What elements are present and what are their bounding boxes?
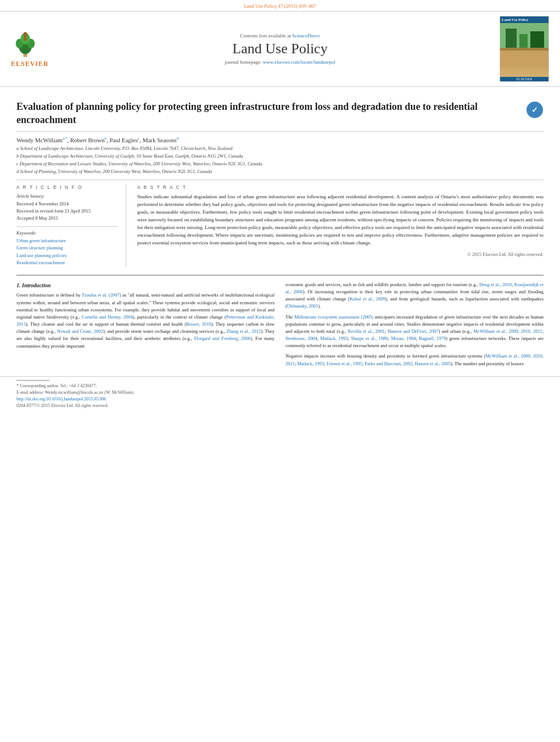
svg-rect-11: [530, 31, 544, 51]
body-para-1: Green infrastructure is defined by Tzoul…: [16, 292, 275, 349]
journal-citation-link[interactable]: Land Use Policy 47 (2015) 459–467: [244, 3, 316, 9]
ref-moran[interactable]: Moran, 1984: [391, 336, 416, 341]
header-main: ELSEVIER Contents lists available at Sci…: [0, 12, 560, 87]
revised-date: Received in revised form 21 April 2015: [16, 208, 118, 215]
section1-title: Introduction: [22, 282, 51, 288]
body-divider: [16, 275, 544, 276]
homepage-line: journal homepage: www.elsevier.com/locat…: [60, 59, 500, 65]
issn-line: 0264-8377/© 2015 Elsevier Ltd. All right…: [16, 403, 544, 409]
cover-image-area: [500, 23, 548, 77]
body-col-left: 1. Introduction Green infrastructure is …: [16, 281, 275, 371]
footer-divider: [16, 380, 49, 381]
elsevier-name: ELSEVIER: [11, 60, 49, 68]
ref-parks[interactable]: Parks and Harcourt, 2002: [365, 361, 412, 366]
info-divider: [16, 226, 118, 227]
affiliation-a: a School of Landscape Architecture, Linc…: [16, 145, 544, 152]
footnote-2: E-mail address: Wendy.mcwilliam@lincoln.…: [16, 389, 544, 396]
journal-cover-image: Land Use Policy ELSEVIER: [500, 16, 549, 82]
ref-mcwilliam[interactable]: McWilliam et al., 2009, 2010, 2011: [473, 328, 542, 334]
keyword-4[interactable]: Residential encroachment: [16, 259, 118, 267]
ref-stenhouse[interactable]: Stenhouse, 2004: [285, 336, 317, 341]
ref-florgard[interactable]: Florgard and Forsberg, 2006: [194, 336, 251, 341]
sciencedirect-link[interactable]: ScienceDirect: [292, 33, 320, 38]
affiliation-b: b Department of Landscape Architecture, …: [16, 153, 544, 160]
ref-brown[interactable]: Brown, 2010: [186, 321, 211, 327]
ref-nowak[interactable]: Nowak and Crane, 2002: [57, 328, 103, 334]
keyword-2[interactable]: Green structure planning: [16, 244, 118, 252]
elsevier-tree-icon: [11, 30, 40, 59]
keyword-1[interactable]: Urban green infrastructure: [16, 237, 118, 245]
body-col-right: economic goods and services, such as fis…: [285, 281, 544, 371]
article-history-block: Article history: Received 4 November 201…: [16, 193, 118, 221]
journal-title: Land Use Policy: [60, 41, 500, 57]
authors-line: Wendy McWilliama,*, Robert Brownb, Paul …: [16, 136, 544, 143]
body-para-3: The Millennium ecosystem assessment (200…: [285, 314, 544, 350]
doi-link[interactable]: http://dx.doi.org/10.1016/j.landusepol.2…: [16, 397, 106, 401]
journal-citation: Land Use Policy 47 (2015) 459–467: [55, 3, 505, 9]
crossmark-badge[interactable]: ✓: [526, 101, 544, 119]
keywords-block: Keywords: Urban green infrastructure Gre…: [16, 230, 118, 267]
article-info-label: A R T I C L E I N F O: [16, 185, 118, 190]
footer: * Corresponding author. Tel.: +64 3 4230…: [0, 376, 560, 412]
keywords-title: Keywords:: [16, 230, 118, 236]
abstract-text: Studies indicate substantial degradation…: [137, 193, 544, 247]
ref-hansen2[interactable]: Hansen et al., 2005: [415, 361, 451, 366]
body-content: 1. Introduction Green infrastructure is …: [16, 281, 544, 371]
contents-line: Contents lists available at ScienceDirec…: [60, 33, 500, 38]
section1-number: 1.: [16, 282, 21, 288]
cover-title-bar: Land Use Policy: [500, 16, 548, 23]
article-info-col: A R T I C L E I N F O Article history: R…: [16, 185, 126, 267]
section1-heading: 1. Introduction: [16, 281, 275, 290]
header-top-bar: Land Use Policy 47 (2015) 459–467: [0, 0, 560, 12]
ref-olshansky[interactable]: Olshansky, 2001: [287, 303, 318, 309]
abstract-col: A B S T R A C T Studies indicate substan…: [137, 185, 544, 267]
ref-cornelis[interactable]: Cornelis and Hermy, 2004: [82, 314, 133, 320]
received-date: Received 4 November 2014: [16, 200, 118, 208]
ref-sharpe[interactable]: Sharpe et al., 1986: [351, 336, 388, 341]
article-info-abstract: A R T I C L E I N F O Article history: R…: [16, 185, 544, 267]
article-content: Evaluation of planning policy for protec…: [0, 87, 560, 376]
cover-bottom-bar: ELSEVIER: [500, 77, 548, 81]
article-title-section: Evaluation of planning policy for protec…: [16, 92, 544, 132]
affiliation-d: d School of Planning, University of Wate…: [16, 168, 544, 175]
svg-rect-6: [24, 36, 26, 41]
ref-millennium[interactable]: Millennium ecosystem assessment (2005): [294, 314, 373, 320]
ref-pettersson[interactable]: Pettersson and Keskitalo, 2013: [16, 314, 275, 327]
journal-title-center: Contents lists available at ScienceDirec…: [60, 33, 500, 65]
copyright-line: © 2015 Elsevier Ltd. All rights reserved…: [137, 252, 544, 257]
accepted-date: Accepted 8 May 2015: [16, 215, 118, 222]
ref-kubal[interactable]: Kubal et al., 2009: [350, 296, 385, 302]
ref-zhang[interactable]: Zhang et al., 2012: [226, 328, 261, 334]
ref-matlack2[interactable]: Matlack, 1993: [297, 361, 324, 366]
svg-rect-8: [500, 51, 548, 67]
body-para-2: economic goods and services, such as fis…: [285, 281, 544, 310]
ref-bagnall[interactable]: Bagnall, 1979: [419, 336, 446, 341]
ref-hansen-defries[interactable]: Hansen and DeFries, 2007: [388, 328, 439, 334]
abstract-label: A B S T R A C T: [137, 185, 544, 190]
author-robert: Robert Brown: [70, 136, 105, 143]
ref-matlack[interactable]: Matlack, 1993: [320, 336, 348, 341]
svg-rect-12: [500, 48, 548, 51]
author-paul: Paul Eagles: [109, 136, 138, 143]
article-title: Evaluation of planning policy for protec…: [16, 100, 520, 127]
svg-point-5: [24, 32, 27, 36]
history-title: Article history:: [16, 193, 118, 199]
ref-revilla[interactable]: Revilla et al., 2001: [348, 328, 385, 334]
svg-rect-9: [506, 29, 517, 51]
keyword-3[interactable]: Land use planning policies: [16, 252, 118, 260]
author-wendy: Wendy McWilliam: [16, 136, 63, 143]
footnote-1: * Corresponding author. Tel.: +64 3 4230…: [16, 383, 544, 389]
ref-friesen[interactable]: Friesen et al., 1995: [327, 361, 362, 366]
homepage-link[interactable]: www.elsevier.com/locate/landusepol: [263, 59, 335, 65]
elsevier-logo: ELSEVIER: [11, 30, 60, 68]
doi-line[interactable]: http://dx.doi.org/10.1016/j.landusepol.2…: [16, 396, 544, 403]
ref-deng[interactable]: Deng et al., 2010: [479, 282, 512, 287]
affiliations: a School of Landscape Architecture, Linc…: [16, 145, 544, 180]
body-para-4: Negative impacts increase with housing d…: [285, 353, 544, 367]
author-mark: Mark Seasons: [143, 136, 177, 143]
ref-tzoulas[interactable]: Tzoulas et al. (2007): [82, 292, 121, 298]
svg-text:✓: ✓: [531, 106, 538, 114]
affiliation-c: c Department of Recreation and Leisure S…: [16, 160, 544, 168]
